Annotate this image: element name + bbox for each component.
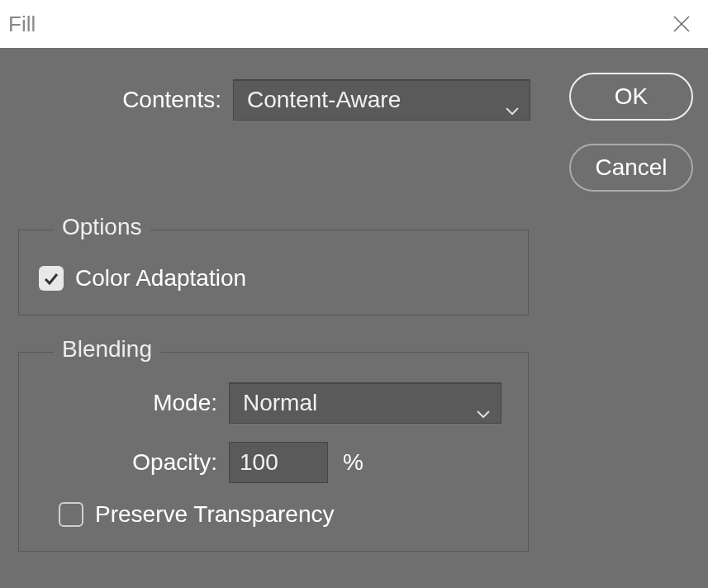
ok-button-label: OK xyxy=(615,83,648,110)
chevron-down-icon xyxy=(476,398,491,408)
mode-select[interactable]: Normal xyxy=(229,382,501,424)
options-fieldset: Options Color Adaptation xyxy=(18,230,529,315)
contents-select[interactable]: Content-Aware xyxy=(233,79,530,121)
mode-row: Mode: Normal xyxy=(39,382,508,424)
chevron-down-icon xyxy=(505,95,520,105)
mode-label: Mode: xyxy=(39,390,229,416)
dialog-panel: Contents: Content-Aware OK Cancel Option… xyxy=(0,48,708,588)
blending-fieldset: Blending Mode: Normal Opacity: % Preserv… xyxy=(18,352,529,552)
opacity-input[interactable] xyxy=(229,442,328,483)
close-icon xyxy=(672,15,691,33)
ok-button[interactable]: OK xyxy=(569,73,693,121)
checkmark-icon xyxy=(43,270,59,287)
opacity-suffix: % xyxy=(343,449,364,476)
close-button[interactable] xyxy=(668,11,695,37)
opacity-label: Opacity: xyxy=(39,449,229,476)
contents-label: Contents: xyxy=(17,87,233,113)
color-adaptation-checkbox[interactable] xyxy=(39,266,64,291)
blending-legend: Blending xyxy=(54,336,160,363)
options-legend: Options xyxy=(54,214,150,240)
cancel-button-label: Cancel xyxy=(595,154,667,181)
contents-select-value: Content-Aware xyxy=(247,87,401,113)
mode-select-value: Normal xyxy=(243,390,317,416)
color-adaptation-label: Color Adaptation xyxy=(75,265,246,292)
preserve-transparency-label: Preserve Transparency xyxy=(95,501,334,528)
cancel-button[interactable]: Cancel xyxy=(569,144,693,192)
color-adaptation-checkbox-row[interactable]: Color Adaptation xyxy=(39,265,508,292)
preserve-transparency-checkbox-row[interactable]: Preserve Transparency xyxy=(59,501,508,528)
titlebar: Fill xyxy=(0,0,708,48)
preserve-transparency-checkbox[interactable] xyxy=(59,502,83,527)
opacity-row: Opacity: % xyxy=(39,442,508,483)
dialog-title: Fill xyxy=(8,12,36,37)
